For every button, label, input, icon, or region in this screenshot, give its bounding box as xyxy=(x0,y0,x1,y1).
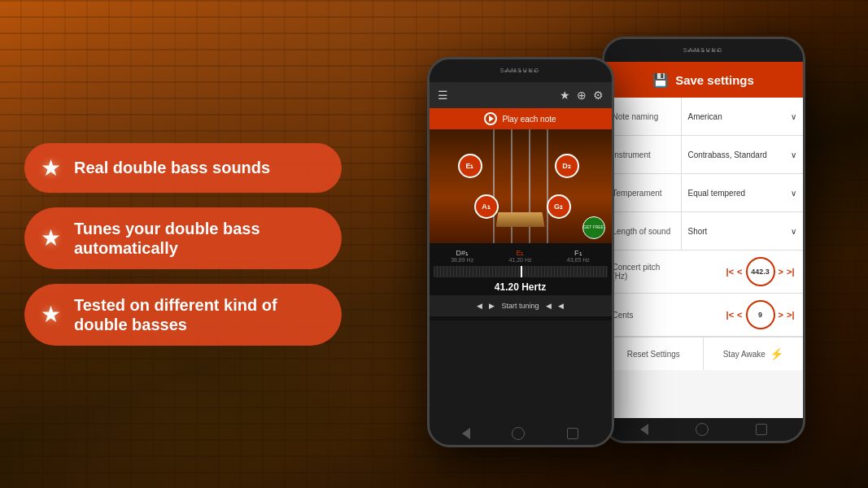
settings-phone-top: SAMSUNG xyxy=(604,39,803,62)
freq-note-F1-name: F₁ xyxy=(567,249,590,257)
temperament-label: Temperament xyxy=(604,174,682,211)
instrument-area: E₁ D₂ A₁ G₂ GET FREE xyxy=(430,129,612,243)
cents-next-btn[interactable]: > xyxy=(779,310,783,320)
settings-row-length: Length of sound Short ∨ xyxy=(604,212,803,251)
play-circle-icon xyxy=(484,112,497,125)
settings-samsung-label: SAMSUNG xyxy=(683,47,723,53)
star-icon-2: ★ xyxy=(41,224,61,251)
cents-controls: |< < 9 > >| xyxy=(683,300,795,329)
note-bubble-G2[interactable]: G₂ xyxy=(547,194,571,219)
feature-text-2: Tunes your double bass automatically xyxy=(74,219,322,258)
length-label: Length of sound xyxy=(604,212,682,250)
phones-area: SAMSUNG ☰ ★ ⊕ ⚙ xyxy=(364,0,868,488)
concert-pitch-section: Concert pitch (Hz) |< < 442.3 > >| xyxy=(604,251,803,294)
settings-phone-bottom xyxy=(604,418,803,441)
start-tuning-bar[interactable]: ◀ ▶ Start tuning ◀ ◀ xyxy=(430,295,612,316)
settings-nav-icon[interactable]: ⚙ xyxy=(593,89,604,102)
play-triangle-icon xyxy=(489,115,494,122)
freq-display: D#₁ 38,89 Hz E₁ 41,20 Hz F₁ 43,65 Hz 41.… xyxy=(430,243,612,320)
instrument-value-container[interactable]: Contrabass, Standard ∨ xyxy=(682,144,803,166)
play-note-bar[interactable]: Play each note xyxy=(430,108,612,129)
temperament-chevron: ∨ xyxy=(791,189,796,198)
save-icon: 💾 xyxy=(652,72,669,88)
settings-back-button[interactable] xyxy=(640,424,648,435)
note-bubble-E1[interactable]: E₁ xyxy=(458,154,482,178)
reset-settings-btn[interactable]: Reset Settings xyxy=(604,338,704,370)
note-bubble-D2[interactable]: D₂ xyxy=(555,154,579,178)
stay-awake-label: Stay Awake xyxy=(723,350,765,359)
cents-value: 9 xyxy=(746,300,775,329)
home-button[interactable] xyxy=(512,427,525,440)
start-tuning-label: Start tuning xyxy=(501,302,539,310)
add-nav-icon[interactable]: ⊕ xyxy=(577,89,587,102)
concert-pitch-value: 442.3 xyxy=(746,257,775,286)
cents-first-btn[interactable]: |< xyxy=(726,310,735,320)
pitch-first-btn[interactable]: |< xyxy=(726,267,735,277)
note-bubble-A1[interactable]: A₁ xyxy=(474,194,499,219)
tuning-meter xyxy=(434,266,608,277)
note-naming-chevron: ∨ xyxy=(791,112,796,121)
left-content: ★ Real double bass sounds ★ Tunes your d… xyxy=(0,0,374,488)
freq-note-Ds1: D#₁ 38,89 Hz xyxy=(451,249,473,263)
pitch-next-btn[interactable]: > xyxy=(779,267,783,277)
star-icon-1: ★ xyxy=(41,155,61,181)
settings-phone: SAMSUNG 💾 Save settings Note naming Ame xyxy=(602,37,805,443)
instrument-value: Contrabass, Standard xyxy=(688,150,767,159)
back-button[interactable] xyxy=(462,428,470,439)
string-4 xyxy=(547,129,548,243)
temperament-value: Equal tempered xyxy=(688,189,746,198)
menu-icon[interactable]: ☰ xyxy=(438,89,448,102)
get-free-badge[interactable]: GET FREE xyxy=(582,216,605,239)
cents-section: Cents |< < 9 > >| xyxy=(604,294,803,337)
pitch-last-btn[interactable]: >| xyxy=(787,267,795,277)
settings-title: Save settings xyxy=(675,73,754,87)
feature-text-1: Real double bass sounds xyxy=(74,158,270,177)
settings-content: 💾 Save settings Note naming American ∨ I… xyxy=(604,62,803,418)
pitch-prev-btn[interactable]: < xyxy=(737,267,742,277)
string-1 xyxy=(493,129,495,243)
settings-row-instrument: Instrument Contrabass, Standard ∨ xyxy=(604,136,803,174)
hertz-display: 41.20 Hertz xyxy=(430,279,612,295)
temperament-value-container[interactable]: Equal tempered ∨ xyxy=(682,182,803,204)
lightning-icon: ⚡ xyxy=(770,347,783,360)
settings-header: 💾 Save settings xyxy=(604,62,803,98)
length-chevron: ∨ xyxy=(791,227,796,236)
freq-note-Ds1-hz: 38,89 Hz xyxy=(451,257,473,263)
reset-settings-label: Reset Settings xyxy=(627,350,680,359)
note-naming-value: American xyxy=(688,112,722,121)
recent-button[interactable] xyxy=(567,428,578,439)
settings-recent-button[interactable] xyxy=(756,424,767,435)
cents-prev-btn[interactable]: < xyxy=(737,310,742,320)
freq-note-E1-name: E₁ xyxy=(508,249,531,257)
feature-pill-3: ★ Tested on different kind of double bas… xyxy=(24,284,342,346)
instrument-chevron: ∨ xyxy=(791,150,796,159)
stay-awake-btn[interactable]: Stay Awake ⚡ xyxy=(704,338,803,370)
length-value-container[interactable]: Short ∨ xyxy=(682,220,803,242)
settings-home-button[interactable] xyxy=(696,423,709,436)
tuner-phone: SAMSUNG ☰ ★ ⊕ ⚙ xyxy=(427,57,614,447)
instrument-label: Instrument xyxy=(604,136,682,173)
tuner-phone-bottom xyxy=(430,422,612,445)
freq-note-E1: E₁ 41,20 Hz xyxy=(508,249,531,263)
settings-row-temperament: Temperament Equal tempered ∨ xyxy=(604,174,803,212)
feature-text-3: Tested on different kind of double basse… xyxy=(74,295,322,334)
freq-note-F1-hz: 43,65 Hz xyxy=(567,257,590,263)
note-naming-label: Note naming xyxy=(604,98,682,135)
prev-icon[interactable]: ◀ xyxy=(477,302,482,310)
next-icon-2[interactable]: ◀ xyxy=(558,302,564,310)
tuner-nav: ☰ ★ ⊕ ⚙ xyxy=(430,82,612,108)
tuner-content: ☰ ★ ⊕ ⚙ Play each note xyxy=(430,82,612,422)
note-naming-value-container[interactable]: American ∨ xyxy=(682,106,803,128)
star-nav-icon[interactable]: ★ xyxy=(560,89,570,102)
play-icon[interactable]: ▶ xyxy=(489,302,495,310)
cents-row: Cents |< < 9 > >| xyxy=(613,300,795,329)
settings-row-note-naming: Note naming American ∨ xyxy=(604,98,803,136)
next-icon-1[interactable]: ◀ xyxy=(546,302,552,310)
cents-last-btn[interactable]: >| xyxy=(787,310,795,320)
star-icon-3: ★ xyxy=(41,301,61,328)
feature-pill-1: ★ Real double bass sounds xyxy=(24,143,342,193)
tuner-nav-right: ★ ⊕ ⚙ xyxy=(560,89,604,102)
freq-note-F1: F₁ 43,65 Hz xyxy=(567,249,590,263)
concert-pitch-controls: |< < 442.3 > >| xyxy=(683,257,795,286)
bridge xyxy=(496,212,545,227)
